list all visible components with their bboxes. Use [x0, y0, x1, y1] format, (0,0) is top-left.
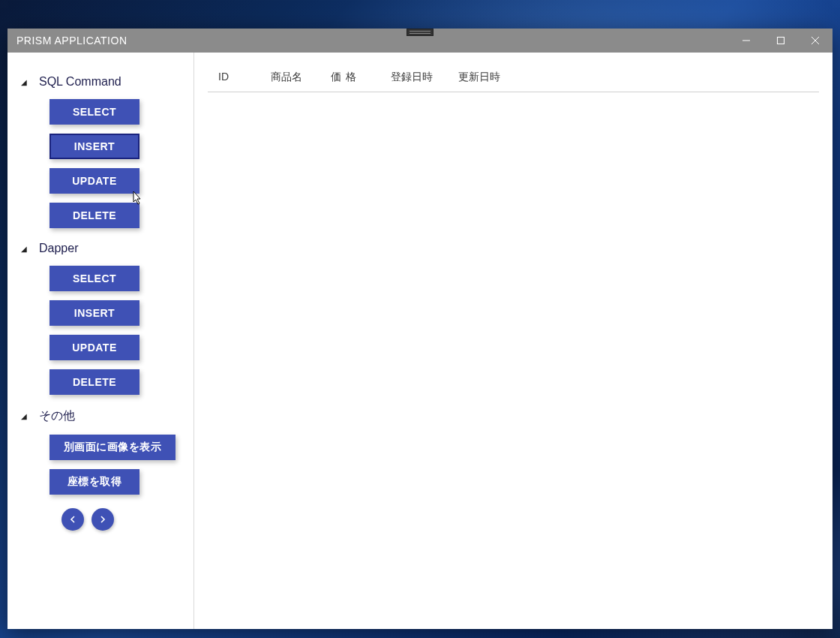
maximize-button[interactable] — [764, 29, 798, 53]
close-button[interactable] — [798, 29, 832, 53]
get-coords-button[interactable]: 座標を取得 — [50, 469, 140, 495]
window-title: PRISM APPLICATION — [8, 35, 128, 47]
titlebar[interactable]: PRISM APPLICATION — [8, 29, 832, 53]
group-dapper: ◢ Dapper SELECT INSERT UPDATE DELETE — [20, 242, 182, 395]
window-controls — [729, 29, 832, 53]
nav-next-button[interactable] — [92, 508, 114, 531]
sql-select-button[interactable]: SELECT — [50, 99, 140, 125]
group-other: ◢ その他 別画面に画像を表示 座標を取得 — [20, 408, 182, 495]
collapse-icon: ◢ — [20, 245, 28, 253]
minimize-button[interactable] — [729, 29, 764, 53]
col-updated[interactable]: 更新日時 — [448, 71, 515, 84]
dapper-insert-button[interactable]: INSERT — [50, 300, 140, 326]
col-created[interactable]: 登録日時 — [380, 71, 448, 84]
dapper-update-button[interactable]: UPDATE — [50, 335, 140, 360]
show-image-button[interactable]: 別画面に画像を表示 — [50, 435, 176, 460]
dapper-select-button[interactable]: SELECT — [50, 266, 140, 291]
nav-row — [20, 508, 182, 531]
group-body: SELECT INSERT UPDATE DELETE — [20, 266, 182, 395]
col-name[interactable]: 商品名 — [260, 71, 320, 84]
client-area: ◢ SQL Command SELECT INSERT UPDATE DELET… — [8, 53, 832, 629]
app-window: PRISM APPLICATION ◢ SQL Command — [8, 29, 832, 629]
content-area: ID 商品名 価格 登録日時 更新日時 — [194, 53, 832, 629]
group-title: SQL Command — [39, 75, 122, 89]
nav-prev-button[interactable] — [62, 508, 84, 531]
group-header[interactable]: ◢ その他 — [20, 408, 182, 424]
group-title: その他 — [39, 408, 75, 424]
col-price[interactable]: 価格 — [320, 71, 380, 84]
sql-delete-button[interactable]: DELETE — [50, 203, 140, 228]
group-sql-command: ◢ SQL Command SELECT INSERT UPDATE DELET… — [20, 75, 182, 228]
group-header[interactable]: ◢ Dapper — [20, 242, 182, 255]
group-body: 別画面に画像を表示 座標を取得 — [20, 435, 182, 495]
sql-insert-button[interactable]: INSERT — [50, 134, 140, 159]
group-header[interactable]: ◢ SQL Command — [20, 75, 182, 89]
sql-update-button[interactable]: UPDATE — [50, 168, 140, 194]
svg-rect-1 — [778, 38, 784, 44]
dapper-delete-button[interactable]: DELETE — [50, 369, 140, 395]
group-title: Dapper — [39, 242, 78, 255]
titlebar-grip[interactable] — [406, 29, 434, 36]
group-body: SELECT INSERT UPDATE DELETE — [20, 99, 182, 228]
grid-header: ID 商品名 価格 登録日時 更新日時 — [208, 66, 819, 92]
collapse-icon: ◢ — [20, 78, 28, 86]
col-id[interactable]: ID — [208, 71, 260, 84]
collapse-icon: ◢ — [20, 412, 28, 420]
sidebar: ◢ SQL Command SELECT INSERT UPDATE DELET… — [8, 53, 194, 629]
